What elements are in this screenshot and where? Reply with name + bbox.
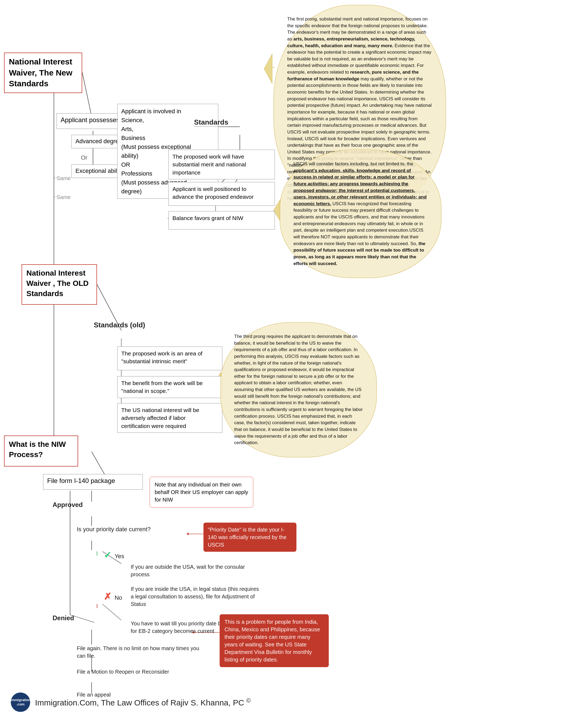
niw-old-box: National InterestWaiver , The OLDStandar… (22, 264, 97, 305)
file-i140-box: File form I-140 package (43, 474, 143, 490)
national-scope-box: The benefit from the work will be"nation… (117, 376, 222, 398)
svg-marker-47 (264, 54, 272, 84)
adverse-labor-box: The US national interest will beadversel… (117, 403, 222, 433)
yes-label: ✓ Yes (104, 549, 124, 560)
standards-old-label: Standards (old) (94, 321, 145, 329)
niw-new-box: National Interest Waiver, The New Standa… (4, 53, 82, 93)
what-niw-box: What is the NIWProcess? (4, 436, 78, 466)
substantial-intrinsic-box: The proposed work is an area of"substant… (117, 346, 222, 370)
second-prong-callout: USCIS will consider factors including, b… (280, 150, 441, 278)
india-china-callout: This is a problem for people from India,… (219, 614, 329, 667)
svg-line-31 (102, 604, 121, 620)
denied-label: Denied (52, 614, 74, 622)
priority-date-callout: "Priority Date" is the date your I-140 w… (204, 523, 296, 552)
same-label-2: Same (57, 194, 70, 200)
same-label-1: Same (57, 175, 70, 181)
no-label: ✗ No (104, 591, 122, 602)
priority-current-label: Is your priority date current? (77, 526, 151, 533)
well-positioned-box: Applicant is well positioned toadvance t… (168, 182, 275, 206)
balance-niw-box: Balance favors grant of NIW (168, 211, 275, 229)
third-prong-callout: The third prong requires the applicant t… (220, 322, 377, 457)
motion-reopen-label: File a Motion to Reopen or Reconsider (77, 669, 169, 675)
file-again-label: File again. There is no limit on how man… (77, 644, 209, 660)
footer-main-text: Immigration.Com, The Law Offices of Raji… (35, 697, 251, 707)
anyone-apply-callout: Note that any individual on their own be… (150, 477, 253, 507)
merit-importance-box: The proposed work will havesubstantial m… (168, 150, 275, 179)
or-label: Or (81, 154, 87, 161)
outside-usa-label: If you are outside the USA, wait for the… (131, 563, 263, 578)
svg-marker-40 (187, 533, 189, 535)
standards-new-label: Standards (194, 118, 228, 127)
footer: immigration.com Immigration.Com, The Law… (11, 693, 251, 712)
approved-label: Approved (52, 501, 83, 508)
footer-logo: immigration.com (11, 693, 30, 712)
inside-usa-label: If you are inside the USA, in legal stat… (131, 585, 263, 608)
diagram-container: National Interest Waiver, The New Standa… (0, 0, 588, 720)
svg-marker-46 (267, 59, 272, 76)
logo-icon: immigration.com (11, 693, 30, 712)
